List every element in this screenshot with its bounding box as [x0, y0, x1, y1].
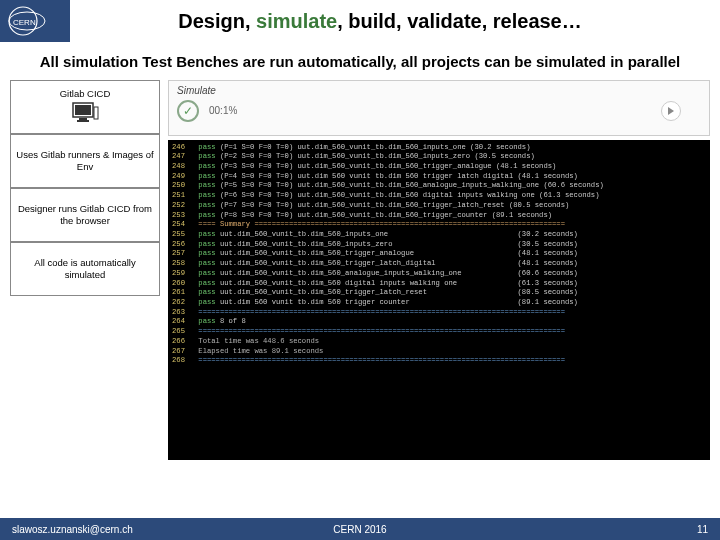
footer-bar: slawosz.uznanski@cern.ch CERN 2016 11 [0, 518, 720, 540]
svg-rect-6 [77, 120, 89, 122]
footer-email: slawosz.uznanski@cern.ch [12, 524, 133, 535]
sidebox-designer: Designer runs Gitlab CICD from the brows… [10, 188, 160, 242]
sidebox-label: Gitlab CICD [60, 88, 111, 100]
main-panel: Simulate ✓ 00:1% 246 pass (P=1 S=0 F=0 T… [168, 80, 710, 460]
content-area: Gitlab CICD Uses Gitlab runners & Images… [0, 80, 720, 460]
sidebar: Gitlab CICD Uses Gitlab runners & Images… [10, 80, 160, 460]
sidebox-label: Designer runs Gitlab CICD from the brows… [15, 203, 155, 227]
sidebox-runners: Uses Gitlab runners & Images of Env [10, 134, 160, 188]
progress-percent: 00:1% [209, 105, 237, 116]
simulate-panel: Simulate ✓ 00:1% [168, 80, 710, 136]
header-bar: CERN Design, simulate, build, validate, … [0, 0, 720, 42]
subheading: All simulation Test Benches are run auto… [0, 42, 720, 80]
sidebox-auto: All code is automatically simulated [10, 242, 160, 296]
footer-conference: CERN 2016 [333, 524, 386, 535]
terminal-output: 246 pass (P=1 S=0 F=0 T=0) uut.dim_560_v… [168, 140, 710, 460]
play-icon [668, 107, 674, 115]
svg-rect-4 [75, 105, 91, 115]
simulate-panel-row: ✓ 00:1% [177, 100, 701, 122]
title-simulate: simulate [256, 10, 337, 32]
svg-text:CERN: CERN [13, 18, 36, 27]
sidebox-label: Uses Gitlab runners & Images of Env [15, 149, 155, 173]
title-pre: Design, [178, 10, 256, 32]
svg-rect-7 [94, 107, 98, 119]
title-post: , build, validate, release… [337, 10, 582, 32]
computer-icon [71, 101, 99, 125]
play-button[interactable] [661, 101, 681, 121]
slide-title: Design, simulate, build, validate, relea… [70, 0, 720, 42]
simulate-panel-title: Simulate [177, 85, 701, 96]
sidebox-gitlab-cicd: Gitlab CICD [10, 80, 160, 134]
progress-circle: ✓ [177, 100, 199, 122]
footer-page-number: 11 [697, 524, 708, 535]
svg-rect-5 [79, 118, 87, 120]
cern-logo: CERN [0, 0, 70, 42]
check-icon: ✓ [183, 104, 193, 118]
sidebox-label: All code is automatically simulated [15, 257, 155, 281]
